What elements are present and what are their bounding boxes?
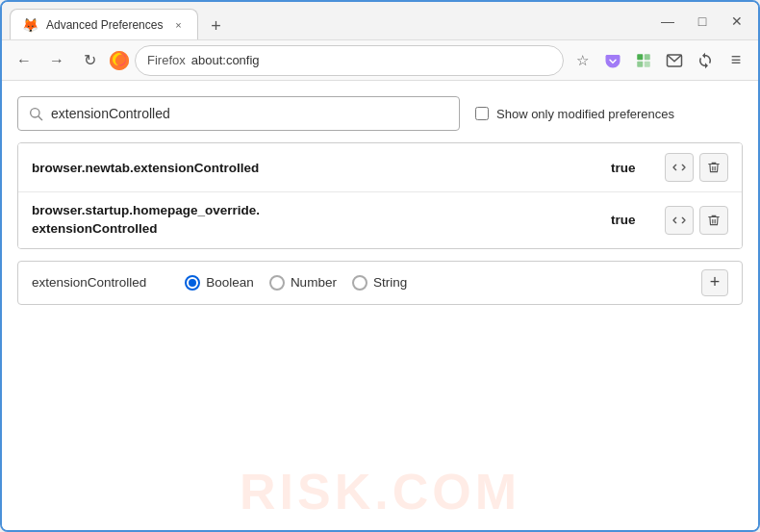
browser-brand: Firefox	[147, 53, 186, 67]
tab-favicon: 🦊	[22, 17, 38, 33]
tab-title: Advanced Preferences	[46, 18, 163, 32]
window-controls: — □ ✕	[654, 8, 750, 35]
toggle-icon	[671, 160, 687, 175]
pref-value: true	[611, 161, 649, 175]
page-content: RISK.COM Show only modified preferences …	[2, 81, 758, 530]
download-button[interactable]	[660, 46, 689, 75]
radio-group: Boolean Number String	[185, 275, 686, 291]
radio-string-label: String	[373, 275, 407, 290]
search-input[interactable]	[51, 106, 449, 121]
search-row: Show only modified preferences	[17, 96, 743, 131]
show-modified-row: Show only modified preferences	[475, 107, 674, 121]
trash-icon	[707, 213, 721, 228]
radio-boolean-label: Boolean	[206, 275, 254, 290]
forward-button[interactable]: →	[42, 46, 71, 75]
trash-icon	[707, 160, 721, 175]
radio-number-label: Number	[291, 275, 337, 290]
minimize-button[interactable]: —	[654, 8, 681, 35]
sync-button[interactable]	[691, 46, 720, 75]
close-button[interactable]: ✕	[723, 8, 750, 35]
radio-boolean-circle	[185, 275, 200, 291]
toggle-button[interactable]	[665, 153, 694, 182]
radio-number-circle	[269, 275, 285, 291]
nav-right-icons: ☆	[568, 46, 750, 75]
navigation-bar: ← → ↻ Firefox about:config ☆	[2, 40, 758, 81]
pref-name: browser.newtab.extensionControlled	[32, 161, 611, 175]
back-button[interactable]: ←	[10, 46, 38, 75]
radio-string-circle	[352, 275, 367, 291]
reload-button[interactable]: ↻	[75, 46, 104, 75]
watermark: RISK.COM	[240, 463, 520, 520]
toggle-button[interactable]	[665, 206, 694, 235]
table-row: browser.startup.homepage_override. exten…	[18, 192, 742, 248]
add-pref-button[interactable]: +	[701, 269, 728, 296]
url-display: about:config	[191, 53, 260, 67]
title-bar: 🦊 Advanced Preferences × + — □ ✕	[2, 2, 758, 40]
delete-button[interactable]	[699, 206, 728, 235]
delete-button[interactable]	[699, 153, 728, 182]
firefox-logo	[108, 49, 131, 72]
address-bar[interactable]: Firefox about:config	[135, 45, 564, 76]
table-row: browser.newtab.extensionControlled true	[18, 143, 742, 192]
svg-rect-3	[637, 61, 643, 66]
pref-name-line2: extensionControlled	[32, 221, 158, 236]
pocket-button[interactable]	[598, 46, 627, 75]
svg-rect-2	[645, 54, 650, 60]
show-modified-label: Show only modified preferences	[496, 107, 674, 121]
pref-value: true	[611, 213, 649, 227]
new-pref-row: extensionControlled Boolean Number Strin…	[17, 261, 743, 305]
results-table: browser.newtab.extensionControlled true	[17, 142, 743, 249]
sync-icon	[697, 52, 714, 69]
tab-close-button[interactable]: ×	[170, 17, 186, 33]
browser-window: 🦊 Advanced Preferences × + — □ ✕ ← → ↻ F…	[0, 0, 760, 532]
menu-button[interactable]: ≡	[722, 46, 750, 75]
pref-name-multiline: browser.startup.homepage_override. exten…	[32, 202, 611, 239]
radio-number[interactable]: Number	[269, 275, 337, 291]
svg-rect-4	[645, 61, 650, 66]
svg-rect-1	[637, 54, 643, 60]
toggle-icon	[671, 213, 687, 228]
mail-icon	[666, 52, 683, 69]
extension-button[interactable]	[629, 46, 658, 75]
bookmark-button[interactable]: ☆	[568, 46, 596, 75]
pref-search-box[interactable]	[17, 96, 460, 131]
puzzle-icon	[635, 52, 652, 69]
svg-line-7	[38, 116, 42, 120]
pocket-icon	[604, 52, 621, 69]
search-icon	[28, 106, 43, 121]
new-tab-button[interactable]: +	[202, 13, 229, 39]
show-modified-checkbox[interactable]	[475, 107, 489, 120]
radio-string[interactable]: String	[352, 275, 407, 291]
maximize-button[interactable]: □	[689, 8, 716, 35]
radio-boolean[interactable]: Boolean	[185, 275, 254, 291]
active-tab[interactable]: 🦊 Advanced Preferences ×	[10, 9, 198, 39]
new-pref-name: extensionControlled	[32, 275, 146, 290]
tab-area: 🦊 Advanced Preferences × +	[10, 2, 654, 39]
row-actions	[665, 153, 728, 182]
row-actions	[665, 206, 728, 235]
pref-name-line1: browser.startup.homepage_override.	[32, 203, 260, 217]
